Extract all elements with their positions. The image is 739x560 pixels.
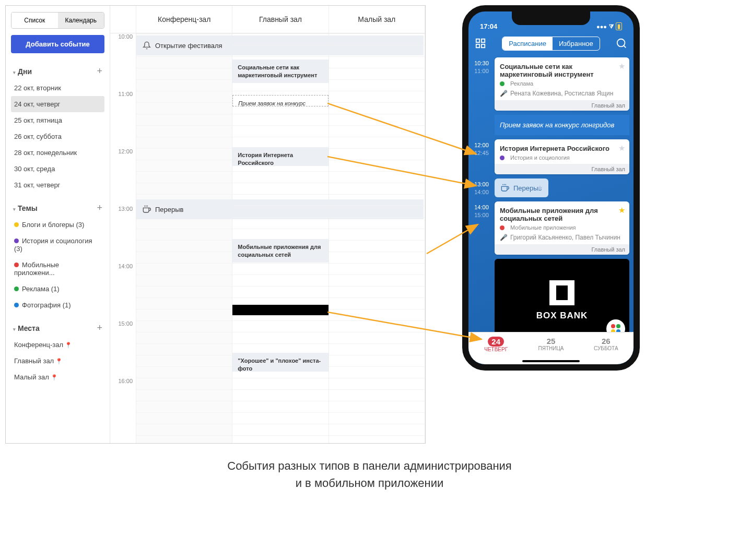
segment-control: Расписание Избранное <box>502 37 600 51</box>
ad-banner[interactable]: BOX BANK <box>495 259 629 332</box>
home-indicator <box>522 360 580 362</box>
room-header: Малый зал <box>329 6 425 33</box>
section-days-header[interactable]: ▾Дни + <box>11 63 104 80</box>
places-list: Конференц-зал📍 Главный зал📍 Малый зал📍 <box>11 337 104 385</box>
mic-icon: 🎤 <box>500 90 508 97</box>
star-icon[interactable]: ★ <box>618 62 625 71</box>
seg-schedule[interactable]: Расписание <box>502 37 553 50</box>
event-card[interactable]: ★ Мобильные приложения для социальных се… <box>495 201 629 255</box>
event-card[interactable]: ★ История Интернета Российского История … <box>495 139 629 174</box>
break-card[interactable]: Перерыв ★ <box>495 178 548 197</box>
fab-button[interactable] <box>606 319 625 332</box>
coffee-icon <box>143 205 151 213</box>
time-label: 12:0012:45 <box>468 137 495 176</box>
theme-item[interactable]: Блоги и блогеры (3) <box>11 217 104 233</box>
room-header: Главный зал <box>232 6 329 33</box>
plus-icon[interactable]: + <box>97 323 102 333</box>
banner-event[interactable]: Прием заявок на конкурс лонгридов <box>495 115 629 135</box>
room-col-conf[interactable]: Открытие фестиваля Перерыв <box>136 33 232 443</box>
day-item[interactable]: 25 окт, пятница <box>11 112 104 128</box>
toggle-calendar[interactable]: Календарь <box>58 13 104 28</box>
battery-icon: ▮ <box>616 22 622 30</box>
seg-favorites[interactable]: Избранное <box>553 37 600 50</box>
pin-icon: 📍 <box>51 374 58 380</box>
add-event-button[interactable]: Добавить событие <box>11 35 104 53</box>
star-icon[interactable]: ★ <box>537 184 543 192</box>
event-mobile[interactable]: Мобильные приложения для социальных сете… <box>232 239 328 263</box>
theme-item[interactable]: История и социология (3) <box>11 233 104 257</box>
phone-body[interactable]: 10:3011:00 ★ Социальные сети как маркети… <box>468 55 634 332</box>
day-item[interactable]: 22 окт, вторник <box>11 80 104 96</box>
pin-icon: 📍 <box>55 358 63 364</box>
star-icon[interactable]: ★ <box>618 206 625 215</box>
admin-panel: Список Календарь Добавить событие ▾Дни +… <box>5 5 426 444</box>
coffee-icon <box>501 184 509 192</box>
pin-icon: 📍 <box>65 342 72 348</box>
event-card[interactable]: ★ Социальные сети как маркетинговый инст… <box>495 57 629 111</box>
star-icon[interactable]: ★ <box>618 144 625 153</box>
day-item[interactable]: 31 окт, четверг <box>11 177 104 193</box>
ad-logo <box>549 280 574 305</box>
event-history[interactable]: История Интернета Российского <box>232 147 328 166</box>
event-insta[interactable]: "Хорошее" и "плохое" инста-фото <box>232 353 328 372</box>
place-item[interactable]: Малый зал📍 <box>11 369 104 385</box>
time-gutter: 10:00 11:00 12:00 13:00 14:00 15:00 16:0… <box>110 33 136 443</box>
event-applications[interactable]: Прием заявок на конкурс <box>232 95 328 106</box>
day-tab[interactable]: 25ПЯТНИЦА <box>523 332 578 364</box>
view-toggle: Список Календарь <box>11 12 104 29</box>
phone-mockup: 17:04 ●●● ⧩ ▮ Расписание Избранное 10:30… <box>462 5 640 371</box>
plus-icon[interactable]: + <box>97 202 102 213</box>
svg-rect-6 <box>482 39 485 42</box>
phone-notch <box>512 11 590 25</box>
day-item[interactable]: 28 окт, понедельник <box>11 145 104 161</box>
bell-icon <box>143 41 151 50</box>
place-item[interactable]: Главный зал📍 <box>11 353 104 369</box>
day-tab[interactable]: 26СУББОТА <box>579 332 634 364</box>
theme-item[interactable]: Реклама (1) <box>11 281 104 297</box>
section-themes-header[interactable]: ▾Темы + <box>11 199 104 217</box>
plus-icon[interactable]: + <box>97 66 102 77</box>
room-col-small[interactable] <box>329 33 425 443</box>
day-item[interactable]: 26 окт, суббота <box>11 128 104 145</box>
time-label: 14:0015:00 <box>468 199 495 257</box>
themes-list: Блоги и блогеры (3) История и социология… <box>11 217 104 313</box>
time-label: 10:3011:00 <box>468 55 495 113</box>
theme-item[interactable]: Мобильные приложени... <box>11 257 104 281</box>
svg-line-10 <box>624 46 626 48</box>
sidebar: Список Календарь Добавить событие ▾Дни +… <box>6 6 110 443</box>
room-col-main[interactable]: Социальные сети как маркетинговый инстру… <box>232 33 329 443</box>
svg-rect-8 <box>482 44 485 47</box>
wifi-icon: ⧩ <box>609 23 614 30</box>
mic-icon: 🎤 <box>500 234 508 241</box>
days-list: 22 окт, вторник 24 окт, четверг 25 окт, … <box>11 80 104 193</box>
status-icons: ●●● ⧩ ▮ <box>596 22 622 30</box>
room-header: Конференц-зал <box>136 6 232 33</box>
figure-caption: События разных типов в панели администри… <box>5 457 734 492</box>
toggle-list[interactable]: Список <box>11 13 58 28</box>
svg-point-9 <box>617 39 625 47</box>
time-label: 13:0014:00 <box>468 176 495 199</box>
day-item[interactable]: 24 окт, четверг <box>11 96 104 112</box>
day-item[interactable]: 30 окт, среда <box>11 161 104 177</box>
svg-rect-5 <box>476 39 479 42</box>
signal-icon: ●●● <box>596 23 607 30</box>
svg-rect-7 <box>476 44 479 47</box>
calendar-view: Конференц-зал Главный зал Малый зал 10:0… <box>110 6 425 443</box>
search-icon[interactable] <box>616 38 627 49</box>
day-tab[interactable]: 24ЧЕТВЕРГ <box>468 332 523 364</box>
phone-nav: Расписание Избранное <box>468 31 634 55</box>
event-social[interactable]: Социальные сети как маркетинговый инстру… <box>232 59 328 83</box>
grid-icon[interactable] <box>475 38 486 49</box>
place-item[interactable]: Конференц-зал📍 <box>11 337 104 353</box>
section-places-header[interactable]: ▾Места + <box>11 319 104 337</box>
phone-bottom-tabs: 24ЧЕТВЕРГ 25ПЯТНИЦА 26СУББОТА <box>468 332 634 364</box>
event-black[interactable] <box>232 305 328 315</box>
theme-item[interactable]: Фотография (1) <box>11 297 104 313</box>
